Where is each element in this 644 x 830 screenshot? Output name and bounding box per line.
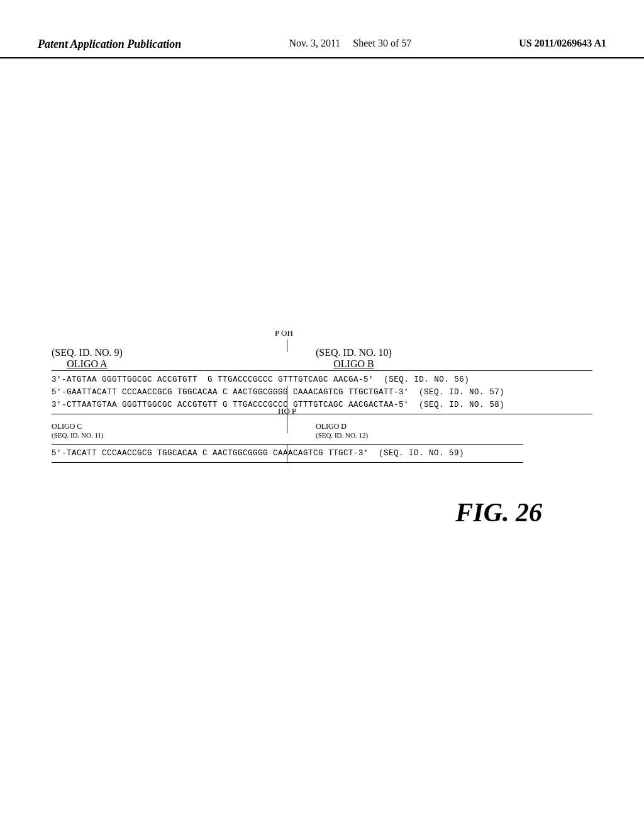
- bottom-sequence: 5'‑TACATT CCCAACCGCG TGGCACAA C AACTGGCG…: [52, 447, 592, 460]
- top-sequence: 3'-ATGTAA GGGTTGGCGC ACCGTGTT G TTGACCCG…: [52, 374, 592, 386]
- publication-date: Nov. 3, 2011: [289, 38, 340, 48]
- page-header: Patent Application Publication Nov. 3, 2…: [0, 38, 644, 58]
- header-date-sheet: Nov. 3, 2011 Sheet 30 of 57: [289, 38, 411, 49]
- ho-p-vertical-bar: [287, 414, 287, 424]
- figure-label-container: FIG. 26: [52, 479, 592, 528]
- bottom-bottom-line: [52, 462, 523, 463]
- publication-title: Patent Application Publication: [38, 38, 181, 51]
- p-oh-label: P OH: [275, 328, 293, 338]
- bottom-vertical-connector: [287, 445, 287, 463]
- figure-content: P OH (SEQ. ID. NO. 9) OLIGO A (SEQ. ID. …: [31, 94, 613, 780]
- bottom-section: HO P OLIGO C (SEQ. ID. NO. 11) OLIGO D (…: [52, 422, 592, 463]
- oligo-b-label: (SEQ. ID. NO. 10) OLIGO B: [316, 347, 392, 370]
- oligo-c-label: OLIGO C (SEQ. ID. NO. 11): [52, 422, 104, 439]
- middle-sequences: 5'‑GAATTACATT CCCAACCGCG TGGCACAA C AACT…: [52, 386, 592, 414]
- figure-number: FIG. 26: [455, 497, 542, 528]
- p-oh-vertical-bar: [287, 340, 287, 352]
- oligo-a-label: (SEQ. ID. NO. 9) OLIGO A: [52, 347, 123, 370]
- sheet-number: Sheet 30 of 57: [353, 38, 411, 48]
- patent-number: US 2011/0269643 A1: [519, 38, 606, 49]
- oligo-d-label: OLIGO D (SEQ. ID. NO. 12): [316, 422, 368, 439]
- bottom-top-line: [52, 444, 523, 445]
- figure-26: P OH (SEQ. ID. NO. 9) OLIGO A (SEQ. ID. …: [31, 347, 613, 528]
